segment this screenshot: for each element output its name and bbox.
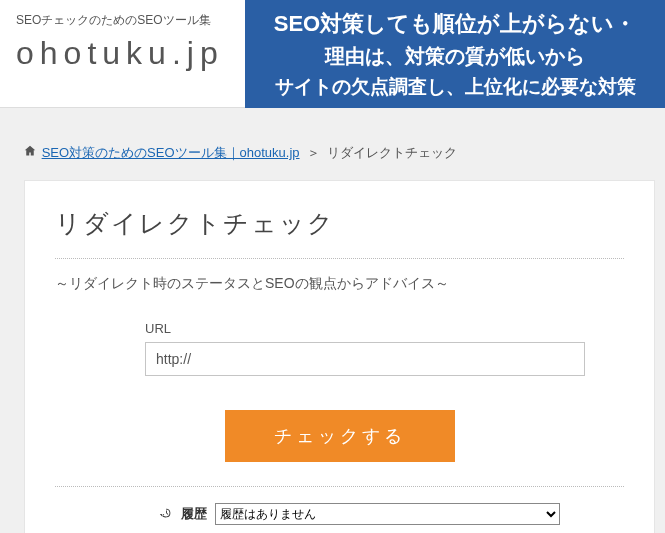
banner-line-1: SEO対策しても順位が上がらない・ bbox=[253, 9, 657, 39]
history-select[interactable]: 履歴はありません bbox=[215, 503, 560, 525]
breadcrumb-home-link[interactable]: SEO対策のためのSEOツール集｜ohotuku.jp bbox=[42, 145, 300, 160]
promo-banner[interactable]: SEO対策しても順位が上がらない・ 理由は、対策の質が低いから サイトの欠点調査… bbox=[245, 0, 665, 108]
main-card: リダイレクトチェック ～リダイレクト時のステータスとSEOの観点からアドバイス～… bbox=[24, 180, 655, 533]
breadcrumb: SEO対策のためのSEOツール集｜ohotuku.jp ＞ リダイレクトチェック bbox=[24, 144, 655, 162]
history-label: 履歴 bbox=[181, 505, 207, 523]
url-field-label: URL bbox=[145, 321, 624, 336]
history-row: 履歴 履歴はありません bbox=[55, 503, 624, 525]
home-icon bbox=[24, 145, 36, 160]
history-icon bbox=[159, 506, 173, 523]
check-button[interactable]: チェックする bbox=[225, 410, 455, 462]
url-form: URL チェックする bbox=[55, 321, 624, 462]
site-header: SEOチェックのためのSEOツール集 ohotuku.jp SEO対策しても順位… bbox=[0, 0, 665, 108]
page-body: SEO対策のためのSEOツール集｜ohotuku.jp ＞ リダイレクトチェック… bbox=[0, 108, 665, 533]
divider bbox=[55, 486, 624, 487]
banner-line-2: 理由は、対策の質が低いから bbox=[253, 43, 657, 70]
breadcrumb-current: リダイレクトチェック bbox=[327, 145, 457, 160]
banner-line-3: サイトの欠点調査し、上位化に必要な対策 bbox=[253, 74, 657, 100]
page-subtitle: ～リダイレクト時のステータスとSEOの観点からアドバイス～ bbox=[55, 275, 624, 293]
breadcrumb-separator: ＞ bbox=[307, 145, 320, 160]
url-input[interactable] bbox=[145, 342, 585, 376]
page-title: リダイレクトチェック bbox=[55, 207, 624, 259]
